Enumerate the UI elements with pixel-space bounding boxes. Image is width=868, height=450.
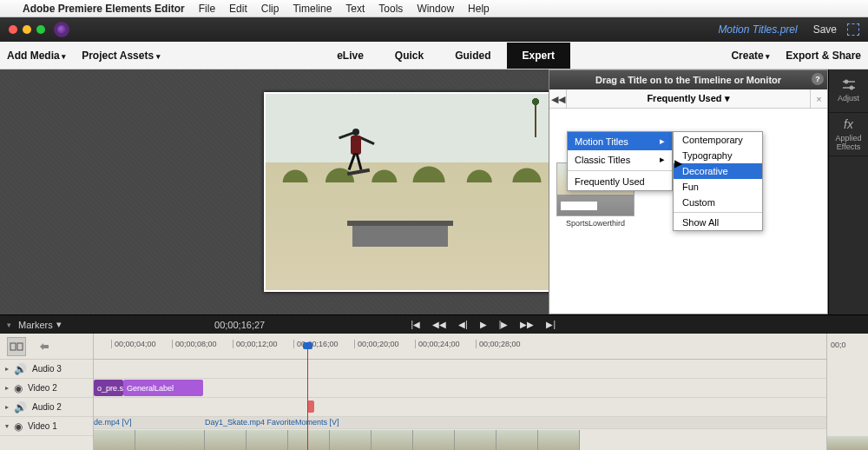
flyout2-fun[interactable]: Fun [674,179,762,195]
titles-category-flyout: Motion Titles▸ Classic Titles▸ Frequentl… [567,131,673,191]
track-select-tool-icon[interactable] [35,337,54,356]
timeline-tracks-area[interactable]: 00;00;04;00 00;00;08;00 00;00;12;00 00;0… [94,334,826,450]
selection-tool-icon[interactable] [7,337,26,356]
window-titlebar: Motion Titles.prel Save [0,17,868,42]
timeline-ruler[interactable]: 00;00;04;00 00;00;08;00 00;00;12;00 00;0… [94,334,826,360]
clip-v2b[interactable]: GeneralLabel [123,380,203,396]
titles-panel-close-icon[interactable]: ? [812,73,824,85]
eye-icon[interactable]: ◉ [14,420,23,433]
fx-icon: fx [844,117,853,131]
macos-menubar: Adobe Premiere Elements Editor File Edit… [0,0,868,17]
titles-clear-icon[interactable]: × [810,89,827,108]
tab-expert[interactable]: Expert [507,43,570,69]
timeline-track-headers: ▸🔊Audio 3 ▸◉Video 2 ▸🔊Audio 2 ▾◉Video 1 [0,334,94,450]
svg-point-2 [845,80,848,83]
project-assets-button[interactable]: Project Assets [82,50,160,62]
adjust-panel-button[interactable]: Adjust [829,69,868,113]
track-header-video1[interactable]: ▾◉Video 1 [0,417,93,436]
track-lane-audio3[interactable] [94,360,826,379]
clip-thumb[interactable] [94,430,135,450]
titles-panel-header-text: Drag a Title on to the Timeline or Monit… [595,75,781,85]
zoom-window-icon[interactable] [36,25,45,34]
save-button[interactable]: Save [813,23,837,36]
close-window-icon[interactable] [9,25,17,34]
tab-quick[interactable]: Quick [379,43,439,69]
goto-end-icon[interactable]: ▶| [546,320,556,329]
menu-file[interactable]: File [199,3,215,15]
tab-elive[interactable]: eLive [321,43,379,69]
export-share-button[interactable]: Export & Share [786,50,861,62]
clip-thumb[interactable] [135,430,205,450]
ruler-tick: 00;00;16;00 [293,340,339,348]
create-button[interactable]: Create [731,50,770,62]
app-logo-icon [54,22,69,37]
step-back-icon[interactable]: ◀| [458,320,468,329]
workspace-tabs: eLive Quick Guided Expert [161,43,732,69]
track-lane-audio2[interactable] [94,398,826,417]
clip-thumb[interactable] [496,430,538,450]
project-filename: Motion Titles.prel [718,23,797,36]
clip-thumb[interactable] [288,430,330,450]
fullscreen-icon[interactable] [847,23,859,36]
flyout1-frequently-used[interactable]: Frequently Used [568,173,672,190]
clip-thumb[interactable] [330,430,372,450]
clip-thumb[interactable] [205,430,247,450]
ruler-tick: 00;00;20;00 [354,340,399,348]
applied-effects-label: Applied Effects [835,134,861,151]
flyout2-typography[interactable]: Typography [674,148,762,163]
menu-tools[interactable]: Tools [378,3,403,15]
menu-text[interactable]: Text [345,3,365,15]
applied-effects-button[interactable]: fx Applied Effects [829,113,868,156]
prev-edit-icon[interactable]: ◀◀ [432,320,446,329]
speaker-icon[interactable]: 🔊 [14,363,27,375]
next-edit-icon[interactable]: ▶▶ [520,320,534,329]
clip-thumb[interactable] [455,430,496,450]
adjust-label: Adjust [838,94,859,103]
flyout2-decorative[interactable]: Decorative [674,163,762,179]
track-header-audio2[interactable]: ▸🔊Audio 2 [0,398,93,417]
playhead[interactable] [307,347,308,450]
track-lane-video1[interactable] [94,429,826,450]
flyout1-classic-titles[interactable]: Classic Titles▸ [568,150,672,169]
svg-marker-6 [40,343,49,350]
menu-window[interactable]: Window [417,3,454,15]
timeline: ▸🔊Audio 3 ▸◉Video 2 ▸🔊Audio 2 ▾◉Video 1 … [0,334,868,450]
clip-thumb[interactable] [827,436,868,450]
marker-icon[interactable] [307,400,314,413]
flyout2-show-all[interactable]: Show All [674,215,762,230]
track-header-video2[interactable]: ▸◉Video 2 [0,379,93,398]
eye-icon[interactable]: ◉ [14,382,23,394]
menu-help[interactable]: Help [468,3,490,15]
right-sidebar: Adjust fx Applied Effects [828,69,868,314]
menu-timeline[interactable]: Timeline [293,3,332,15]
tab-guided[interactable]: Guided [439,43,506,69]
flyout2-contemporary[interactable]: Contemporary [674,132,762,148]
app-name[interactable]: Adobe Premiere Elements Editor [23,3,185,15]
flyout1-motion-titles[interactable]: Motion Titles▸ [568,132,672,150]
add-media-button[interactable]: Add Media [7,50,66,62]
program-monitor[interactable] [264,92,564,292]
clip-thumb[interactable] [413,430,455,450]
menu-clip[interactable]: Clip [261,3,279,15]
traffic-lights[interactable] [9,25,45,34]
step-fwd-icon[interactable]: |▶ [499,320,509,329]
clip-thumb[interactable] [247,430,288,450]
flyout2-custom[interactable]: Custom [674,195,762,210]
goto-start-icon[interactable]: |◀ [411,320,421,329]
transport-bar: Markers ▾ 00;00;16;27 |◀ ◀◀ ◀| ▶ |▶ ▶▶ ▶… [0,314,868,334]
titles-back-icon[interactable]: ◀◀ [549,89,567,108]
track-lane-video2[interactable]: o_pre.s GeneralLabel [94,379,826,398]
ruler-tick-right: 00;0 [827,334,868,356]
track-header-audio3[interactable]: ▸🔊Audio 3 [0,360,93,379]
play-icon[interactable]: ▶ [480,320,487,329]
ruler-tick: 00;00;08;00 [172,340,217,348]
minimize-window-icon[interactable] [23,25,31,34]
titles-breadcrumb[interactable]: Frequently Used ▾ [567,93,810,104]
speaker-icon[interactable]: 🔊 [14,401,27,414]
markers-dropdown[interactable]: Markers ▾ [0,319,69,330]
clip-v2a[interactable]: o_pre.s [94,380,123,396]
clip-thumb[interactable] [538,430,580,450]
clip-thumb[interactable] [372,430,413,450]
track-lane-video1-labels: de.mp4 [V] Day1_Skate.mp4 FavoriteMoment… [94,417,826,429]
menu-edit[interactable]: Edit [229,3,247,15]
